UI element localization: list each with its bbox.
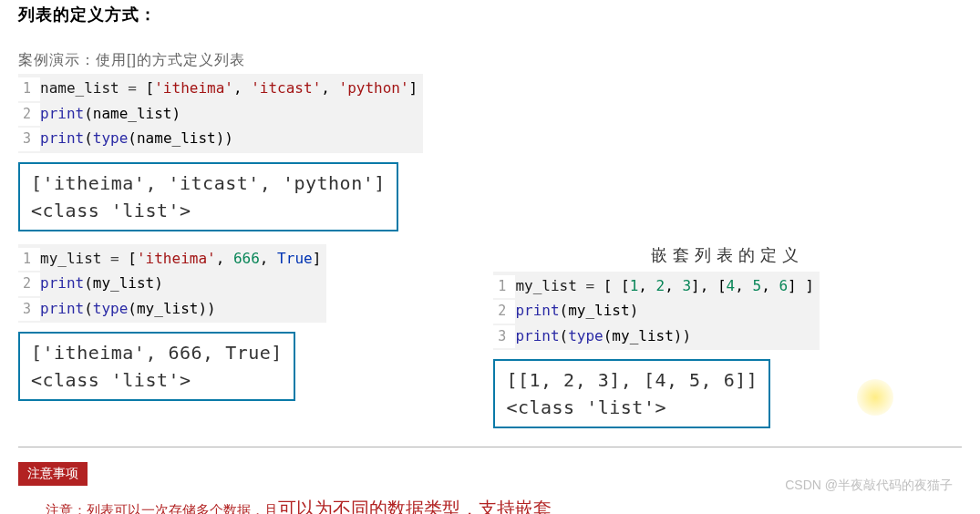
code-text: print(name_list) xyxy=(40,101,181,126)
code-line: 2print(my_list) xyxy=(18,271,321,296)
line-number: 2 xyxy=(18,103,40,127)
divider-line xyxy=(18,447,962,447)
section2-code: 1my_list = ['itheima', 666, True]2print(… xyxy=(18,244,326,324)
page-title: 列表的定义方式： xyxy=(18,4,962,26)
line-number: 3 xyxy=(18,298,40,322)
code-line: 3print(type(name_list)) xyxy=(18,126,418,151)
line-number: 2 xyxy=(18,272,40,296)
line-number: 1 xyxy=(18,248,40,272)
code-line: 2print(my_list) xyxy=(493,298,814,324)
notice-emphasis: 可以为不同的数据类型，支持嵌套 xyxy=(278,499,552,514)
notice-text: 注意：列表可以一次存储多个数据，且可以为不同的数据类型，支持嵌套 xyxy=(18,497,962,514)
section1-code: 1name_list = ['itheima', 'itcast', 'pyth… xyxy=(18,74,423,153)
code-text: my_list = [ [1, 2, 3], [4, 5, 6] ] xyxy=(515,273,814,298)
code-line: 1my_list = ['itheima', 666, True] xyxy=(18,246,321,272)
line-number: 3 xyxy=(493,325,515,349)
line-number: 1 xyxy=(18,77,40,101)
code-text: print(type(my_list)) xyxy=(40,296,216,321)
code-text: name_list = ['itheima', 'itcast', 'pytho… xyxy=(40,76,418,100)
notice-prefix: 注意：列表可以一次存储多个数据，且 xyxy=(46,502,278,514)
section1-label: 案例演示：使用[]的方式定义列表 xyxy=(18,51,492,70)
watermark-text: CSDN @半夜敲代码的夜猫子 xyxy=(785,478,953,494)
section2-output: ['itheima', 666, True] <class 'list'> xyxy=(18,332,295,401)
code-text: print(my_list) xyxy=(515,298,638,323)
line-number: 3 xyxy=(18,128,40,151)
code-line: 1name_list = ['itheima', 'itcast', 'pyth… xyxy=(18,76,418,101)
section1-output: ['itheima', 'itcast', 'python'] <class '… xyxy=(18,162,398,231)
code-text: print(type(name_list)) xyxy=(40,126,233,150)
code-text: my_list = ['itheima', 666, True] xyxy=(40,246,321,271)
code-line: 2print(name_list) xyxy=(18,101,418,127)
line-number: 2 xyxy=(493,300,515,324)
code-text: print(my_list) xyxy=(40,271,163,295)
code-line: 3print(type(my_list)) xyxy=(493,324,814,349)
notice-tag: 注意事项 xyxy=(18,462,88,486)
code-line: 1my_list = [ [1, 2, 3], [4, 5, 6] ] xyxy=(493,273,814,299)
section3-heading: 嵌套列表的定义 xyxy=(493,244,962,266)
section3-output: [[1, 2, 3], [4, 5, 6]] <class 'list'> xyxy=(493,359,770,428)
line-number: 1 xyxy=(493,275,515,299)
section3-code: 1my_list = [ [1, 2, 3], [4, 5, 6] ]2prin… xyxy=(493,272,820,351)
code-line: 3print(type(my_list)) xyxy=(18,296,321,322)
code-text: print(type(my_list)) xyxy=(515,324,691,348)
